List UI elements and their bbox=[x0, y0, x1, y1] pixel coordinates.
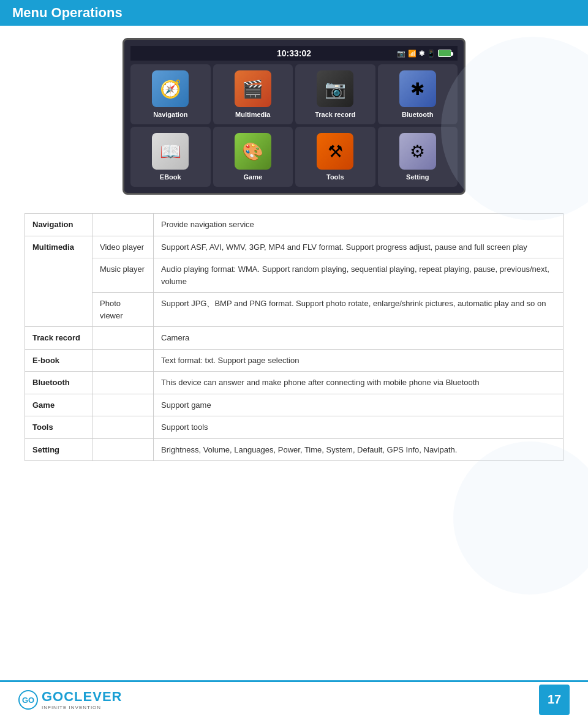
table-cell-desc: Camera bbox=[154, 327, 564, 350]
signal-status-icon: 📱 bbox=[427, 50, 435, 58]
table-row: SettingBrightness, Volume, Languages, Po… bbox=[25, 438, 564, 461]
table-cell-desc: Support tools bbox=[154, 416, 564, 439]
table-row: NavigationProvide navigation service bbox=[25, 214, 564, 236]
app-icon-nav: 🧭 bbox=[152, 70, 189, 107]
table-cell-desc: Brightness, Volume, Languages, Power, Ti… bbox=[154, 438, 564, 461]
app-icon-bluetooth: ✱ bbox=[399, 70, 436, 107]
wifi-status-icon: 📶 bbox=[408, 50, 417, 58]
table-row: GameSupport game bbox=[25, 394, 564, 416]
page-footer: GO GOCLEVER INFINITE INVENTION 17 bbox=[0, 680, 588, 717]
device-statusbar: 10:33:02 📷 📶 ✱ 📱 bbox=[130, 46, 458, 61]
app-icon-ebook: 📖 bbox=[152, 133, 189, 170]
table-row: ToolsSupport tools bbox=[25, 416, 564, 439]
table-cell-desc: Audio playing format: WMA. Support rando… bbox=[154, 258, 564, 293]
table-cell-desc: This device can answer and make phone af… bbox=[154, 372, 564, 394]
app-icon-tools: ⚒ bbox=[317, 133, 353, 170]
table-cell-feature: Track record bbox=[25, 327, 92, 350]
table-cell-feature: E-book bbox=[25, 349, 92, 372]
table-cell-feature: Multimedia bbox=[25, 236, 92, 327]
table-cell-feature: Bluetooth bbox=[25, 372, 92, 394]
app-label-ebook: EBook bbox=[160, 173, 181, 181]
app-label-bluetooth: Bluetooth bbox=[402, 111, 433, 118]
app-label-setting: Setting bbox=[406, 173, 429, 181]
app-icon-setting: ⚙ bbox=[399, 133, 436, 170]
main-content: 10:33:02 📷 📶 ✱ 📱 🧭 Navigation 🎬 Multimed… bbox=[0, 38, 588, 461]
app-label-tools: Tools bbox=[326, 173, 344, 181]
device-app-multimedia[interactable]: 🎬 Multimedia bbox=[213, 64, 293, 124]
page-header: Menu Operations bbox=[0, 0, 588, 26]
bluetooth-status-icon: ✱ bbox=[419, 50, 424, 58]
device-app-tools[interactable]: ⚒ Tools bbox=[295, 127, 375, 187]
device-app-bluetooth[interactable]: ✱ Bluetooth bbox=[378, 64, 458, 124]
app-label-nav: Navigation bbox=[153, 111, 187, 118]
table-cell-desc: Support ASF, AVI, WMV, 3GP, MP4 and FLV … bbox=[154, 236, 564, 258]
table-cell-sub: Photo viewer bbox=[92, 293, 154, 327]
table-row: E-bookText format: txt. Support page sel… bbox=[25, 349, 564, 372]
table-cell-feature: Navigation bbox=[25, 214, 92, 236]
logo-brand: GOCLEVER bbox=[42, 689, 122, 705]
logo-text: GOCLEVER INFINITE INVENTION bbox=[42, 689, 122, 710]
app-icon-track: 📷 bbox=[317, 70, 353, 107]
device-app-setting[interactable]: ⚙ Setting bbox=[378, 127, 458, 187]
page-title: Menu Operations bbox=[12, 5, 576, 21]
table-cell-feature: Setting bbox=[25, 438, 92, 461]
app-icon-multimedia: 🎬 bbox=[235, 70, 271, 107]
table-row: MultimediaVideo playerSupport ASF, AVI, … bbox=[25, 236, 564, 258]
page-number: 17 bbox=[539, 685, 570, 715]
table-cell-desc: Support game bbox=[154, 394, 564, 416]
table-cell-sub bbox=[92, 349, 154, 372]
table-cell-sub bbox=[92, 327, 154, 350]
table-row: Track recordCamera bbox=[25, 327, 564, 350]
status-icons: 📷 📶 ✱ 📱 bbox=[397, 50, 451, 58]
camera-status-icon: 📷 bbox=[397, 50, 405, 58]
device-app-nav[interactable]: 🧭 Navigation bbox=[130, 64, 211, 124]
device-container: 10:33:02 📷 📶 ✱ 📱 🧭 Navigation 🎬 Multimed… bbox=[24, 38, 564, 195]
footer-logo: GO GOCLEVER INFINITE INVENTION bbox=[18, 689, 122, 710]
table-cell-sub bbox=[92, 438, 154, 461]
table-cell-sub bbox=[92, 416, 154, 439]
logo-circle-icon: GO bbox=[18, 690, 38, 710]
device-app-ebook[interactable]: 📖 EBook bbox=[130, 127, 211, 187]
table-cell-sub bbox=[92, 394, 154, 416]
logo-tagline: INFINITE INVENTION bbox=[42, 705, 122, 710]
device-screen: 10:33:02 📷 📶 ✱ 📱 🧭 Navigation 🎬 Multimed… bbox=[123, 38, 466, 195]
table-cell-desc: Provide navigation service bbox=[154, 214, 564, 236]
table-row: BluetoothThis device can answer and make… bbox=[25, 372, 564, 394]
table-row: Photo viewerSupport JPG、BMP and PNG form… bbox=[25, 293, 564, 327]
table-cell-sub bbox=[92, 372, 154, 394]
device-app-grid: 🧭 Navigation 🎬 Multimedia 📷 Track record… bbox=[130, 64, 458, 187]
table-cell-sub bbox=[92, 214, 154, 236]
table-row: Music playerAudio playing format: WMA. S… bbox=[25, 258, 564, 293]
device-app-game[interactable]: 🎨 Game bbox=[213, 127, 293, 187]
table-cell-sub: Video player bbox=[92, 236, 154, 258]
svg-text:GO: GO bbox=[22, 696, 34, 705]
table-cell-feature: Game bbox=[25, 394, 92, 416]
app-label-track: Track record bbox=[315, 111, 355, 118]
info-table: NavigationProvide navigation serviceMult… bbox=[24, 213, 564, 461]
app-icon-game: 🎨 bbox=[235, 133, 271, 170]
app-label-game: Game bbox=[243, 173, 262, 181]
table-cell-sub: Music player bbox=[92, 258, 154, 293]
device-time: 10:33:02 bbox=[277, 48, 311, 58]
table-cell-desc: Support JPG、BMP and PNG format. Support … bbox=[154, 293, 564, 327]
app-label-multimedia: Multimedia bbox=[235, 111, 270, 118]
device-app-track[interactable]: 📷 Track record bbox=[295, 64, 375, 124]
table-cell-feature: Tools bbox=[25, 416, 92, 439]
battery-icon bbox=[438, 50, 451, 57]
table-cell-desc: Text format: txt. Support page selection bbox=[154, 349, 564, 372]
